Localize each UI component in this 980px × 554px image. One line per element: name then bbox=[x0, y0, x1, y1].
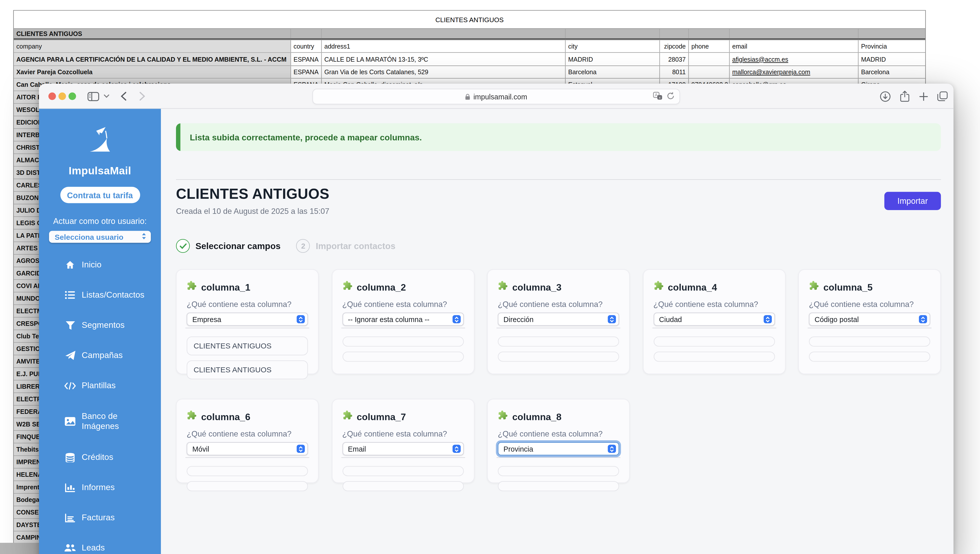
column-mapping-select[interactable]: Móvil bbox=[187, 442, 308, 456]
spreadsheet-cell: Barcelona bbox=[859, 66, 926, 78]
invoice-icon bbox=[64, 512, 76, 524]
brand-name: ImpulsaMail bbox=[39, 165, 161, 177]
preview-cell: CLIENTES ANTIGUOS bbox=[187, 361, 308, 379]
spreadsheet-header-cell: country bbox=[291, 40, 322, 52]
spreadsheet-band-label: CLIENTES ANTIGUOS bbox=[14, 29, 291, 38]
column-mapping-select[interactable]: Dirección bbox=[498, 313, 619, 326]
list-icon bbox=[64, 289, 76, 301]
column-mapping-select[interactable]: Código postal bbox=[809, 313, 931, 326]
address-bar[interactable]: impulsamail.com A x bbox=[312, 89, 680, 105]
column-question: ¿Qué contiene esta columna? bbox=[187, 430, 308, 439]
select-stepper-icon bbox=[608, 315, 616, 324]
back-button[interactable] bbox=[118, 84, 128, 109]
forward-button[interactable] bbox=[137, 84, 147, 109]
sidebar-toggle-icon[interactable] bbox=[85, 84, 101, 109]
column-mapping-select[interactable]: Empresa bbox=[187, 313, 308, 326]
spreadsheet-cell: afiglesias@accm.es bbox=[730, 53, 859, 65]
sidebar-item-facturas[interactable]: Facturas bbox=[39, 503, 161, 533]
select-stepper-icon bbox=[452, 315, 461, 324]
sidebar-item-banco-de-im-genes[interactable]: Banco de Imágenes bbox=[39, 401, 161, 442]
people-icon bbox=[64, 542, 76, 554]
column-card-columna_8: columna_8 ¿Qué contiene esta columna? Pr… bbox=[487, 399, 630, 483]
spreadsheet-cell: Xavier Pareja Cozcolluela bbox=[14, 66, 291, 78]
column-mapping-select[interactable]: Email bbox=[342, 442, 464, 456]
column-mapping-select-focused[interactable]: Provincia bbox=[498, 442, 619, 456]
preview-cell bbox=[809, 337, 931, 347]
sidebar-item-listas-contactos[interactable]: Listas/Contactos bbox=[39, 280, 161, 310]
select-stepper-icon bbox=[763, 315, 772, 324]
column-question: ¿Qué contiene esta columna? bbox=[809, 300, 931, 309]
puzzle-icon bbox=[498, 410, 508, 423]
share-icon[interactable] bbox=[897, 84, 912, 109]
tabs-overview-icon[interactable] bbox=[935, 84, 950, 109]
column-name: columna_1 bbox=[201, 281, 250, 292]
column-card-columna_4: columna_4 ¿Qué contiene esta columna? Ci… bbox=[643, 269, 786, 374]
preview-cell bbox=[654, 352, 775, 362]
svg-text:A: A bbox=[655, 93, 657, 97]
import-button[interactable]: Importar bbox=[885, 192, 941, 210]
close-window-button[interactable] bbox=[49, 93, 56, 100]
impersonate-label: Actuar como otro usuario: bbox=[39, 216, 161, 226]
browser-toolbar: impulsamail.com A x bbox=[39, 84, 954, 109]
preview-cell bbox=[187, 466, 308, 476]
translate-icon[interactable]: A x bbox=[653, 92, 663, 101]
contract-plan-button[interactable]: Contrata tu tarifa bbox=[60, 187, 140, 203]
column-question: ¿Qué contiene esta columna? bbox=[342, 430, 464, 439]
mapping-cards-row-2: columna_6 ¿Qué contiene esta columna? Mó… bbox=[176, 399, 941, 483]
sidebar-item-label: Leads bbox=[82, 543, 105, 553]
sidebar-item-informes[interactable]: Informes bbox=[39, 473, 161, 503]
wizard-steps: Seleccionar campos 2 Importar contactos bbox=[176, 239, 941, 253]
sidebar-nav: InicioListas/ContactosSegmentosCampañasP… bbox=[39, 250, 161, 554]
reload-icon[interactable] bbox=[667, 92, 675, 101]
column-mapping-select[interactable]: -- Ignorar esta columna -- bbox=[342, 313, 464, 326]
code-icon bbox=[64, 380, 76, 392]
column-question: ¿Qué contiene esta columna? bbox=[498, 300, 619, 309]
zoom-window-button[interactable] bbox=[68, 93, 76, 100]
preview-cell bbox=[342, 481, 464, 491]
user-select-value: Selecciona usuario bbox=[55, 233, 142, 241]
puzzle-icon bbox=[187, 281, 197, 293]
impulsamail-logo-icon bbox=[85, 145, 115, 155]
select-arrows-icon bbox=[142, 233, 146, 241]
puzzle-icon bbox=[342, 410, 352, 423]
column-question: ¿Qué contiene esta columna? bbox=[498, 430, 619, 439]
select-stepper-icon bbox=[452, 445, 461, 453]
list-created-subtitle: Creada el 10 de August de 2025 a las 15:… bbox=[176, 207, 329, 216]
sidebar-item-label: Banco de Imágenes bbox=[82, 411, 119, 432]
preview-cell bbox=[187, 481, 308, 491]
column-card-columna_7: columna_7 ¿Qué contiene esta columna? Em… bbox=[332, 399, 474, 483]
spreadsheet-cell: Barcelona bbox=[566, 66, 660, 78]
minimize-window-button[interactable] bbox=[59, 93, 66, 100]
puzzle-icon bbox=[809, 281, 819, 293]
spreadsheet-header-cell: Provincia bbox=[859, 40, 926, 52]
sidebar-item-plantillas[interactable]: Plantillas bbox=[39, 370, 161, 401]
step-2-circle: 2 bbox=[296, 239, 310, 253]
sidebar-item-cr-ditos[interactable]: Créditos bbox=[39, 442, 161, 473]
spreadsheet-cell: CALLE DE LA MARATÓN 13-15, 3ºC bbox=[322, 53, 566, 65]
select-stepper-icon bbox=[297, 315, 305, 324]
column-mapping-select[interactable]: Ciudad bbox=[654, 313, 775, 326]
lock-icon bbox=[465, 93, 470, 100]
sidebar-chevron-down-icon[interactable] bbox=[102, 84, 111, 109]
user-select[interactable]: Selecciona usuario bbox=[49, 231, 151, 243]
downloads-icon[interactable] bbox=[878, 84, 892, 109]
coins-icon bbox=[64, 451, 76, 463]
step-select-fields-label: Seleccionar campos bbox=[196, 241, 281, 251]
new-tab-icon[interactable] bbox=[916, 84, 930, 109]
puzzle-icon bbox=[654, 281, 663, 293]
home-icon bbox=[64, 259, 76, 271]
report-icon bbox=[64, 482, 76, 493]
sidebar-item-segmentos[interactable]: Segmentos bbox=[39, 310, 161, 340]
column-card-columna_5: columna_5 ¿Qué contiene esta columna? Có… bbox=[798, 269, 941, 374]
sidebar-item-label: Facturas bbox=[82, 512, 115, 522]
column-card-columna_1: columna_1 ¿Qué contiene esta columna? Em… bbox=[176, 269, 319, 374]
svg-text:x: x bbox=[659, 96, 661, 99]
screen: CLIENTES ANTIGUOS CLIENTES ANTIGUOS comp… bbox=[0, 0, 980, 554]
success-banner: Lista subida correctamente, procede a ma… bbox=[176, 123, 941, 151]
sidebar-item-leads[interactable]: Leads bbox=[39, 533, 161, 554]
sidebar-item-inicio[interactable]: Inicio bbox=[39, 250, 161, 280]
column-card-columna_3: columna_3 ¿Qué contiene esta columna? Di… bbox=[487, 269, 630, 374]
spreadsheet-cell: ESPANA bbox=[291, 66, 322, 78]
sidebar-item-campa-as[interactable]: Campañas bbox=[39, 340, 161, 370]
preview-cell: CLIENTES ANTIGUOS bbox=[187, 337, 308, 356]
